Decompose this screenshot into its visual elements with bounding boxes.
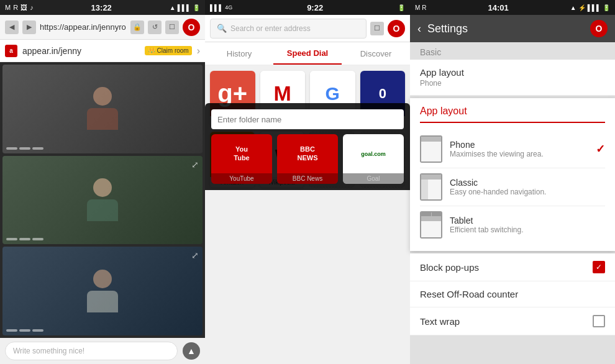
notification-icon: M: [5, 4, 11, 11]
status-right-icons: ▲ ▌▌▌ 🔋: [170, 4, 200, 11]
ctrl-btn-4: [6, 238, 17, 240]
classic-option-name: Classic: [450, 178, 605, 188]
opera-logo-panel1[interactable]: O: [183, 19, 200, 36]
person-head-2: [93, 178, 112, 197]
youtube-label: YouTube: [211, 173, 272, 184]
status-right-p3: ▲ ⚡ ▌▌▌ 🔋: [570, 4, 610, 11]
app-layout-title: App layout: [420, 67, 464, 78]
folder-name-input[interactable]: [211, 109, 404, 129]
layout-option-classic[interactable]: Classic Easy one-handed navigation.: [420, 168, 605, 206]
folder-tile-bbc[interactable]: BBCNEWS BBC News: [277, 134, 338, 184]
signal-p2-icon: ▌▌▌: [210, 4, 223, 11]
4g-icon: 4G: [225, 4, 232, 11]
person-body-3: [87, 291, 118, 312]
reload-button[interactable]: ↺: [148, 20, 162, 34]
expand-icon-2[interactable]: ⤢: [191, 160, 199, 170]
battery-p2-icon: 🔋: [398, 4, 405, 11]
phone-option-desc: Maximises the viewing area.: [450, 150, 588, 158]
bluetooth-p3-icon: ⚡: [578, 4, 586, 11]
search-bar[interactable]: 🔍 Search or enter address ☐ O: [205, 15, 410, 42]
folder-tile-goal[interactable]: goal.com Goal: [343, 134, 404, 184]
lock-icon: 🔒: [130, 20, 144, 34]
status-left-p3: M R: [415, 4, 427, 11]
battery-icon: 🔋: [193, 4, 200, 11]
ctrl-btn-7: [6, 329, 17, 332]
tablet-option-info: Tablet Efficient tab switching.: [450, 216, 605, 234]
app-layout-subtitle: Phone: [420, 79, 464, 88]
music-icon: ♪: [30, 4, 34, 11]
folder-tile-youtube[interactable]: YouTube YouTube: [211, 134, 272, 184]
ctrl-btn-1: [6, 147, 17, 150]
search-box[interactable]: 🔍 Search or enter address: [210, 19, 367, 39]
tab-speed-dial[interactable]: Speed Dial: [273, 42, 342, 65]
phone-layout-icon: [420, 135, 442, 163]
status-bar-panel3: M R 14:01 ▲ ⚡ ▌▌▌ 🔋: [410, 0, 615, 15]
send-button[interactable]: ▲: [183, 342, 200, 360]
settings-item-block-popups[interactable]: Block pop-ups ✓: [410, 253, 615, 281]
panel-settings: M R 14:01 ▲ ⚡ ▌▌▌ 🔋 ‹ Settings O Basic A…: [410, 0, 615, 364]
classic-option-desc: Easy one-handed navigation.: [450, 188, 605, 196]
tab-discover[interactable]: Discover: [342, 42, 410, 65]
tab-history[interactable]: History: [205, 42, 273, 65]
notification2-p3-icon: R: [422, 4, 426, 11]
status-bar-panel1: M R 🖼 ♪ 13:22 ▲ ▌▌▌ 🔋: [0, 0, 205, 15]
tabs-bar: History Speed Dial Discover: [205, 42, 410, 66]
notification-icon2: R: [13, 4, 18, 11]
settings-item-text-wrap[interactable]: Text wrap: [410, 307, 615, 335]
settings-title-bar: ‹ Settings O: [410, 15, 615, 42]
tabs-button[interactable]: ☐: [165, 20, 179, 34]
tablet-icon-body: [421, 221, 441, 237]
tablet-option-desc: Efficient tab switching.: [450, 225, 605, 234]
app-layout-text: App layout Phone: [420, 67, 464, 88]
classic-option-info: Classic Easy one-handed navigation.: [450, 178, 605, 196]
signal-p3-icon: ▌▌▌: [588, 4, 601, 11]
status-time: 13:22: [91, 3, 112, 12]
layout-option-tablet[interactable]: Tablet Efficient tab switching.: [420, 206, 605, 243]
status-time-p2: 9:22: [307, 3, 323, 12]
status-left-panel2: ▌▌▌ 4G: [210, 4, 232, 11]
text-wrap-checkbox[interactable]: [593, 315, 605, 327]
forward-button[interactable]: ▶: [22, 20, 36, 34]
settings-item-reset-offroad[interactable]: Reset Off-Road counter: [410, 281, 615, 307]
reset-offroad-title: Reset Off-Road counter: [420, 289, 518, 299]
expand-icon-3[interactable]: ⤢: [191, 250, 199, 260]
phone-icon-header: [421, 137, 441, 142]
battery-p3-icon: 🔋: [603, 4, 610, 11]
wifi-p3-icon: ▲: [570, 4, 576, 11]
opera-logo-panel2[interactable]: O: [388, 20, 405, 37]
address-bar[interactable]: ◀ ▶ https://appear.in/jennyro 🔒 ↺ ☐ O: [0, 15, 205, 40]
ctrl-btn-5: [19, 238, 30, 240]
settings-item-app-layout[interactable]: App layout Phone: [410, 60, 615, 96]
tile-controls-3: [6, 329, 43, 332]
person-body-1: [87, 108, 118, 130]
person-2: [84, 178, 121, 222]
video-input-bar: Write something nice! ▲: [0, 338, 205, 364]
back-button-p3[interactable]: ‹: [417, 22, 421, 35]
goal-label: Goal: [343, 173, 404, 184]
video-tile-3: ⤢: [2, 247, 203, 335]
tabs-button-p2[interactable]: ☐: [370, 22, 384, 35]
settings-body: Basic App layout Phone App layout Phone …: [410, 42, 615, 364]
layout-option-phone[interactable]: Phone Maximises the viewing area. ✓: [420, 130, 605, 168]
person-head-3: [93, 270, 112, 288]
tablet-option-name: Tablet: [450, 216, 605, 225]
ctrl-btn-2: [19, 147, 30, 150]
arrow-right-icon: ›: [197, 45, 200, 57]
address-text[interactable]: https://appear.in/jennyro: [40, 22, 127, 32]
back-button[interactable]: ◀: [5, 20, 19, 34]
opera-logo-panel3[interactable]: O: [590, 20, 608, 37]
folder-overlay: YouTube YouTube BBCNEWS BBC News goal.co…: [205, 103, 410, 190]
block-popups-title: Block pop-ups: [420, 262, 479, 273]
send-icon: ▲: [187, 346, 196, 356]
person-body-2: [87, 199, 118, 221]
signal-icon: ▌▌▌: [178, 4, 191, 11]
classic-icon-body: [421, 180, 441, 199]
speed-dial-grid: g+ Google+ M GMail G Google Search 0: [205, 66, 410, 364]
bbc-icon: BBCNEWS: [277, 134, 338, 173]
classic-icon-header: [421, 175, 441, 180]
crown-badge: 👑 Claim room: [145, 46, 192, 55]
block-popups-checkbox[interactable]: ✓: [593, 261, 605, 273]
status-right-p2: 🔋: [398, 4, 405, 11]
wifi-icon: ▲: [170, 4, 176, 11]
status-bar-panel2: ▌▌▌ 4G 9:22 🔋: [205, 0, 410, 15]
